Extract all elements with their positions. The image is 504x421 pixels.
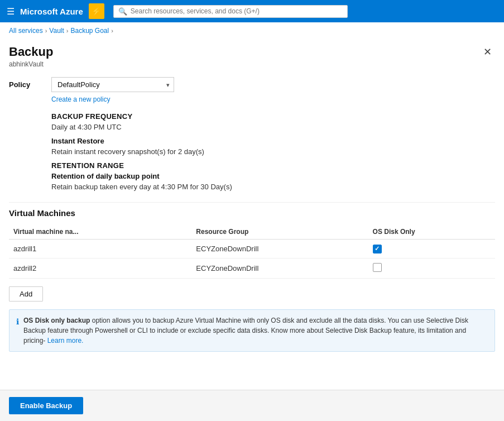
retention-range-title: RETENTION RANGE [51, 161, 495, 170]
policy-label: Policy [9, 77, 42, 89]
policy-select[interactable]: DefaultPolicy [51, 77, 174, 92]
vm-name-cell: azdrill1 [9, 240, 191, 259]
vm-section-title: Virtual Machines [9, 208, 495, 218]
info-box-text: OS Disk only backup option allows you to… [23, 315, 488, 346]
resource-group-cell: ECYZoneDownDrill [191, 258, 368, 278]
os-disk-cell [368, 258, 495, 278]
vm-table: Virtual machine na... Resource Group OS … [9, 224, 495, 279]
notifications-icon[interactable]: ⚡ [89, 3, 104, 19]
menu-icon[interactable]: ☰ [7, 6, 15, 17]
backup-frequency-title: BACKUP FREQUENCY [51, 112, 495, 121]
checkbox-unchecked[interactable] [373, 263, 382, 272]
info-icon: ℹ [16, 316, 19, 328]
instant-restore-text: Retain instant recovery snapshot(s) for … [51, 147, 495, 156]
os-disk-cell [368, 240, 495, 259]
footer-bar: Enable Backup [0, 390, 504, 396]
create-new-policy-link[interactable]: Create a new policy [51, 95, 174, 103]
col-header-vm-name: Virtual machine na... [9, 224, 191, 240]
breadcrumb-vault[interactable]: Vault [49, 27, 64, 35]
page-header-left: Backup abhinkVault [9, 45, 53, 68]
table-row: azdrill1ECYZoneDownDrill [9, 240, 495, 259]
topbar: ☰ Microsoft Azure ⚡ 🔍 [0, 0, 504, 22]
info-bold-text: OS Disk only backup [23, 317, 90, 324]
info-body-text: option allows you to backup Azure Virtua… [23, 317, 468, 345]
app-title: Microsoft Azure [20, 7, 83, 16]
page-header: Backup abhinkVault ✕ [9, 45, 495, 68]
checkbox-checked[interactable] [373, 245, 382, 253]
instant-restore-title: Instant Restore [51, 137, 495, 145]
learn-more-link[interactable]: Learn more. [47, 337, 84, 345]
search-input[interactable] [131, 7, 343, 15]
page-title: Backup [9, 45, 53, 59]
col-header-resource-group: Resource Group [191, 224, 368, 240]
breadcrumb-sep-3: › [111, 27, 113, 34]
breadcrumb-backup-goal[interactable]: Backup Goal [71, 27, 109, 35]
table-row: azdrill2ECYZoneDownDrill [9, 258, 495, 278]
breadcrumb: All services › Vault › Backup Goal › [0, 22, 504, 39]
policy-select-wrapper: DefaultPolicy ▾ [51, 77, 174, 92]
retention-daily-text: Retain backup taken every day at 4:30 PM… [51, 183, 495, 191]
backup-frequency-text: Daily at 4:30 PM UTC [51, 123, 495, 131]
add-button[interactable]: Add [9, 286, 43, 302]
resource-group-cell: ECYZoneDownDrill [191, 240, 368, 259]
info-box: ℹ OS Disk only backup option allows you … [9, 309, 495, 352]
policy-right: DefaultPolicy ▾ Create a new policy [51, 77, 174, 103]
vm-section: Virtual Machines Virtual machine na... R… [9, 208, 495, 352]
search-icon: 🔍 [118, 7, 127, 16]
breadcrumb-sep-1: › [45, 27, 47, 34]
main-content: Backup abhinkVault ✕ Policy DefaultPolic… [0, 39, 504, 396]
close-button[interactable]: ✕ [480, 45, 495, 59]
page-subtitle: abhinkVault [9, 60, 53, 68]
retention-daily-title: Retention of daily backup point [51, 172, 495, 180]
breadcrumb-all-services[interactable]: All services [9, 27, 43, 35]
policy-row: Policy DefaultPolicy ▾ Create a new poli… [9, 77, 495, 103]
section-divider [9, 202, 495, 203]
table-header-row: Virtual machine na... Resource Group OS … [9, 224, 495, 240]
vm-name-cell: azdrill2 [9, 258, 191, 278]
breadcrumb-sep-2: › [66, 27, 69, 34]
policy-details: BACKUP FREQUENCY Daily at 4:30 PM UTC In… [51, 112, 495, 191]
search-bar: 🔍 [113, 5, 348, 18]
col-header-os-disk: OS Disk Only [368, 224, 495, 240]
